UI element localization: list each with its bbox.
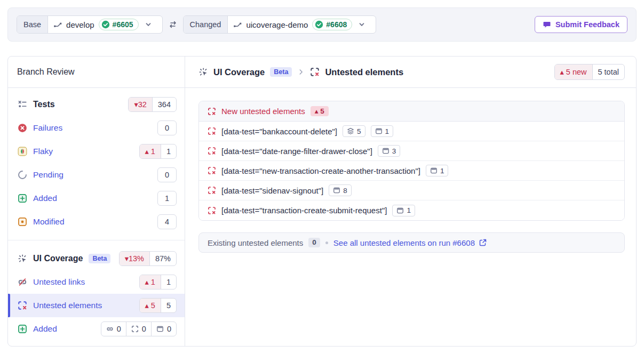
untested-elements-label: Untested elements <box>33 301 102 310</box>
square-plus-icon <box>18 194 27 203</box>
modified-label: Modified <box>33 217 65 227</box>
submit-feedback-button[interactable]: Submit Feedback <box>535 16 627 33</box>
dot-separator <box>325 242 328 244</box>
views-count-badge: 1 <box>426 165 449 176</box>
check-circle-icon <box>101 20 110 29</box>
failures-icon <box>18 123 27 133</box>
element-selector: [data-test="transaction-create-submit-re… <box>221 206 387 215</box>
panel-title: New untested elements <box>221 107 305 116</box>
browser-window-icon <box>156 325 164 333</box>
added-coverage-count-badge: 0 0 0 <box>101 321 177 336</box>
ui-coverage-label: UI Coverage <box>33 254 83 263</box>
base-branch-name: develop <box>66 20 94 29</box>
sidebar-divider <box>8 240 185 240</box>
sidebar-section-ui-coverage[interactable]: UI Coverage Beta ▾13% 87% <box>8 247 185 270</box>
browser-window-icon <box>396 207 404 214</box>
cursor-click-icon <box>18 254 27 263</box>
sidebar-item-failures[interactable]: Failures 0 <box>8 116 185 140</box>
chevron-down-icon <box>357 20 366 29</box>
changed-run-badge[interactable]: #6608 <box>312 19 352 30</box>
tests-delta: ▾32 <box>129 98 152 111</box>
changed-branch-dropdown[interactable] <box>356 20 370 29</box>
untested-elements-content: New untested elements ▴ 5 [data-test="ba… <box>185 88 636 253</box>
existing-untested-elements-bar: Existing untested elements 0 See all unt… <box>198 232 625 253</box>
views-count-badge: 8 <box>329 184 352 196</box>
git-branch-icon <box>53 20 62 29</box>
check-circle-icon <box>315 20 323 29</box>
selection-x-icon <box>208 147 216 155</box>
views-count-badge: 3 <box>378 145 401 157</box>
chevron-right-icon <box>297 68 305 76</box>
selection-x-icon <box>208 166 216 175</box>
untested-element-row[interactable]: [data-test="bankaccount-delete"] 5 1 <box>199 122 624 141</box>
link-off-icon <box>18 277 27 287</box>
branch-review-card: Branch Review Tests ▾32 364 Failures 0 <box>7 56 637 347</box>
layers-icon <box>347 127 354 135</box>
sidebar-item-untested-elements[interactable]: Untested elements ▴ 5 5 <box>8 294 185 317</box>
branch-compare-toolbar: Base develop #6605 Changed uicoverage-de… <box>7 7 637 42</box>
panel-new-count-badge: ▴ 5 <box>311 106 329 116</box>
summary-new: ▴ 5 new <box>555 65 592 79</box>
tests-total: 364 <box>152 98 176 111</box>
element-selector: [data-test="new-transaction-create-anoth… <box>221 166 420 175</box>
added-coverage-label: Added <box>33 324 57 334</box>
sidebar-item-flaky[interactable]: Flaky ▴ 1 1 <box>8 140 185 163</box>
branch-review-sidebar: Branch Review Tests ▾32 364 Failures 0 <box>8 57 185 346</box>
existing-count-badge: 0 <box>308 238 320 248</box>
flaky-count-badge: ▴ 1 1 <box>139 144 177 159</box>
breadcrumb: UI Coverage Beta Untested elements ▴ 5 n… <box>185 57 636 88</box>
external-link-icon <box>479 238 487 247</box>
selection-x-icon <box>208 127 216 135</box>
flaky-label: Flaky <box>33 147 53 156</box>
sidebar-item-modified[interactable]: Modified 4 <box>8 210 185 234</box>
untested-element-row[interactable]: [data-test="date-range-filter-drawer-clo… <box>199 141 624 161</box>
sidebar-item-added-tests[interactable]: Added 1 <box>8 187 185 210</box>
tests-label: Tests <box>33 100 55 109</box>
snapshots-count-badge: 5 <box>343 125 365 137</box>
changed-branch-selector[interactable]: Changed uicoverage-demo #6608 <box>183 15 377 34</box>
sidebar-title: Branch Review <box>8 57 185 88</box>
base-label: Base <box>17 16 48 33</box>
git-branch-icon <box>233 20 242 29</box>
breadcrumb-section[interactable]: UI Coverage <box>213 67 265 77</box>
summary-badge: ▴ 5 new 5 total <box>554 64 625 80</box>
views-count-badge: 1 <box>392 205 415 216</box>
link-icon <box>106 325 114 333</box>
submit-feedback-label: Submit Feedback <box>555 20 619 29</box>
selection-x-icon <box>208 107 216 116</box>
views-count-badge: 1 <box>371 125 394 137</box>
base-run-badge[interactable]: #6605 <box>99 19 139 30</box>
element-selector: [data-test="bankaccount-delete"] <box>221 127 337 136</box>
new-untested-elements-panel: New untested elements ▴ 5 [data-test="ba… <box>198 101 625 221</box>
swap-arrows-icon <box>169 20 177 29</box>
untested-element-row[interactable]: [data-test="new-transaction-create-anoth… <box>199 161 624 181</box>
see-all-untested-elements-link[interactable]: See all untested elements on run #6608 <box>333 238 487 247</box>
element-selector: [data-test="sidenav-signout"] <box>221 186 323 195</box>
browser-window-icon <box>375 127 383 135</box>
swap-branches-button[interactable] <box>169 20 177 29</box>
selection-x-icon <box>18 301 27 310</box>
untested-elements-count-badge: ▴ 5 5 <box>139 298 177 313</box>
existing-label: Existing untested elements <box>208 238 303 247</box>
selection-x-icon <box>208 206 216 215</box>
browser-window-icon <box>333 187 340 194</box>
untested-element-row[interactable]: [data-test="transaction-create-submit-re… <box>199 200 624 220</box>
sidebar-item-pending[interactable]: Pending 0 <box>8 163 185 187</box>
tests-count-badge: ▾32 364 <box>128 97 177 112</box>
untested-element-row[interactable]: [data-test="sidenav-signout"] 8 <box>199 181 624 200</box>
test-results-icon <box>18 100 27 109</box>
sidebar-item-added-coverage[interactable]: Added 0 0 0 <box>8 317 185 341</box>
changed-label: Changed <box>184 16 228 33</box>
square-dot-icon <box>18 217 27 227</box>
browser-window-icon <box>430 167 438 174</box>
failures-label: Failures <box>33 123 62 133</box>
base-run-number: #6605 <box>113 20 133 29</box>
base-branch-selector[interactable]: Base develop #6605 <box>17 15 163 34</box>
base-branch-dropdown[interactable] <box>143 20 157 29</box>
sidebar-section-tests[interactable]: Tests ▾32 364 <box>8 93 185 116</box>
sidebar-item-untested-links[interactable]: Untested links ▴ 1 1 <box>8 270 185 294</box>
changed-branch-name: uicoverage-demo <box>246 20 308 29</box>
flaky-icon <box>18 147 27 156</box>
chevron-down-icon <box>144 20 153 29</box>
selection-icon <box>131 325 139 333</box>
